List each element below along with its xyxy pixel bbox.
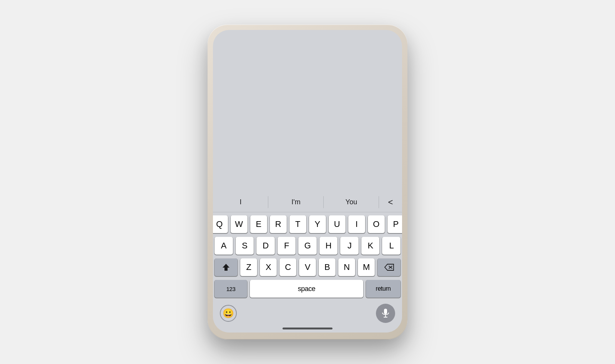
key-l[interactable]: L [382, 237, 401, 255]
key-t[interactable]: T [289, 215, 306, 233]
mic-icon [381, 308, 390, 318]
home-bar [283, 328, 332, 329]
key-row-3: Z X C V B N M [214, 258, 401, 276]
key-w[interactable]: W [231, 215, 248, 233]
svg-rect-3 [384, 309, 387, 314]
key-q[interactable]: Q [213, 215, 228, 233]
predictive-back-button[interactable]: < [379, 197, 402, 207]
phone-bezel: I I'm You < Q W E R [208, 25, 407, 339]
key-z[interactable]: Z [240, 258, 257, 276]
key-h[interactable]: H [319, 237, 338, 255]
shift-icon [222, 263, 230, 271]
emoji-icon: 😀 [223, 308, 234, 319]
delete-key[interactable] [377, 258, 401, 276]
return-key[interactable]: return [366, 280, 401, 298]
keyboard-rows: Q W E R T Y U I O P A S D F G [213, 212, 402, 301]
key-k[interactable]: K [361, 237, 380, 255]
key-f[interactable]: F [278, 237, 296, 255]
key-m[interactable]: M [358, 258, 375, 276]
predictive-item-i[interactable]: I [213, 192, 268, 212]
delete-icon [384, 263, 394, 271]
key-u[interactable]: U [329, 215, 346, 233]
key-c[interactable]: C [279, 258, 296, 276]
key-b[interactable]: B [319, 258, 336, 276]
bottom-bar: 😀 [213, 301, 402, 328]
key-g[interactable]: G [298, 237, 317, 255]
shift-key[interactable] [214, 258, 238, 276]
predictive-bar: I I'm You < [213, 192, 402, 212]
key-d[interactable]: D [256, 237, 275, 255]
key-x[interactable]: X [260, 258, 277, 276]
key-row-2: A S D F G H J K L [214, 237, 401, 255]
key-j[interactable]: J [340, 237, 359, 255]
predictive-item-you[interactable]: You [324, 192, 379, 212]
key-p[interactable]: P [387, 215, 402, 233]
key-n[interactable]: N [338, 258, 355, 276]
emoji-button[interactable]: 😀 [220, 305, 237, 322]
key-row-4: 123 space return [214, 280, 401, 298]
phone-wrapper: I I'm You < Q W E R [208, 25, 407, 339]
mic-button[interactable] [376, 304, 395, 323]
key-a[interactable]: A [214, 237, 233, 255]
key-i[interactable]: I [348, 215, 365, 233]
space-key[interactable]: space [250, 280, 363, 298]
key-o[interactable]: O [368, 215, 385, 233]
key-v[interactable]: V [299, 258, 316, 276]
key-e[interactable]: E [250, 215, 267, 233]
home-indicator [213, 328, 402, 333]
numbers-key[interactable]: 123 [214, 280, 247, 298]
chevron-left-icon: < [388, 197, 393, 207]
phone-screen: I I'm You < Q W E R [213, 30, 402, 333]
key-row-1: Q W E R T Y U I O P [214, 215, 401, 233]
key-s[interactable]: S [236, 237, 254, 255]
key-r[interactable]: R [270, 215, 287, 233]
key-y[interactable]: Y [309, 215, 326, 233]
predictive-item-im[interactable]: I'm [268, 192, 324, 212]
svg-marker-0 [223, 264, 229, 271]
